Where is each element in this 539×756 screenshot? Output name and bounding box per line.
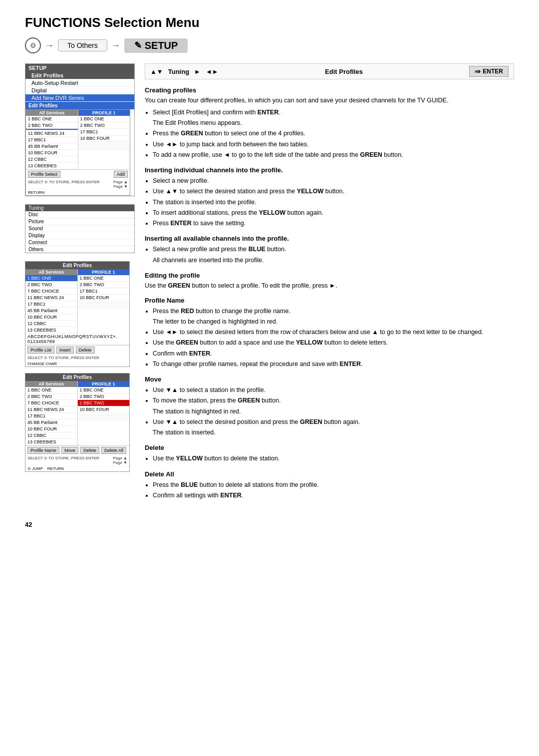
ep-row: 10 BBC FOUR — [78, 406, 130, 413]
ep-change-char: CHANGE CHAR — [25, 361, 129, 367]
ep-row: 12 CBBC — [25, 432, 77, 439]
tuning-nav-updown: ▲▼ — [150, 68, 163, 75]
ep-row: 13 CBEEBIES — [25, 327, 77, 334]
insert-btn[interactable]: Insert — [56, 347, 74, 354]
profile-select-btn[interactable]: Profile Select — [28, 171, 60, 178]
page-title: FUNCTIONS Selection Menu — [25, 15, 514, 30]
ep-row: 1 BBC ONE — [25, 275, 77, 282]
ep-row: 10 BBC FOUR — [25, 426, 77, 432]
display-item[interactable]: Display — [25, 232, 134, 239]
disc-item[interactable]: Disc — [25, 211, 134, 218]
ep-row: 1 BBC ONE — [25, 387, 77, 393]
ep-row: 10 BBC FOUR — [78, 135, 130, 142]
profile-list-btn[interactable]: Profile List — [27, 347, 54, 354]
tuning-nav-lr: ◄► — [206, 68, 219, 75]
ep-row-red: 2 BBC TWO — [78, 400, 130, 406]
page-number: 42 — [25, 521, 32, 528]
profile-name-btn[interactable]: Profile Name — [27, 447, 59, 454]
delete-list: Use the YELLOW button to delete the stat… — [153, 453, 514, 464]
sub-item-edit-profiles[interactable]: Edit Profiles — [25, 72, 134, 79]
ep-row: 11 BBC NEWS 24 — [25, 406, 77, 413]
inserting-individual-list: Select a new profile. Use ▲▼ to select t… — [153, 176, 514, 229]
col-all-services-2: All Services — [25, 269, 77, 275]
edit-profiles-panel-1: All Services 1 BBC ONE 2 BBC TWO 11 BBC … — [25, 109, 130, 196]
breadcrumb-arrow1: → — [45, 40, 54, 51]
ep-row: 1 BBC ONE — [26, 116, 78, 122]
ep-row: 7 BBC CHOICE — [25, 400, 77, 406]
setup-sidebar-menu: SETUP Edit Profiles Auto-Setup Restart D… — [25, 63, 135, 196]
profile-name-title: Profile Name — [145, 297, 514, 304]
ep-row: 1 BBC ONE — [78, 116, 130, 122]
breadcrumb: ⚙ → To Others → ✎ SETUP — [25, 37, 514, 53]
tuning-item[interactable]: Tuning — [25, 205, 134, 211]
connect-item[interactable]: Connect — [25, 239, 134, 246]
setup-icon: ⚙ — [25, 37, 41, 53]
ep-row: 2 BBC TWO — [78, 122, 130, 129]
ep-row — [78, 307, 130, 309]
picture-item[interactable]: Picture — [25, 218, 134, 225]
ep-footer-1: Profile Select Add — [26, 169, 130, 179]
editing-profile-text: Use the GREEN button to select a profile… — [145, 281, 514, 291]
ep-status-2: SELECT ⊙ TO STORE, PRESS ENTER — [25, 355, 129, 361]
ep-row: 2 BBC TWO — [25, 393, 77, 400]
editing-profile-title: Editing the profile — [145, 272, 514, 279]
tuning-arrow-right: ► — [194, 68, 201, 75]
ep-row: 11 BBC NEWS 24 — [25, 295, 77, 301]
ep-row: 1 BBC ONE — [78, 387, 130, 393]
delete-all-btn[interactable]: Delete All — [101, 447, 126, 454]
inserting-individual-title: Inserting individual channels into the p… — [145, 166, 514, 174]
add-btn[interactable]: Add — [114, 171, 128, 178]
edit-profiles-label: Edit Profiles — [25, 102, 134, 109]
ep-row: 2 BBC TWO — [25, 282, 77, 288]
ep-status-1: SELECT ⊙ TO STORE, PRESS ENTER Page ▲Pag… — [26, 179, 130, 190]
sub-item-digital[interactable]: Digital — [25, 87, 134, 94]
ep-row: 17 BBC1 — [78, 288, 130, 295]
setup-text: SETUP — [145, 40, 178, 51]
inserting-all-list: Select a new profile and press the BLUE … — [153, 244, 514, 266]
ep-row: 45 BB Parliamt — [25, 308, 77, 314]
ep-row: 2 BBC TWO — [78, 282, 130, 288]
ep-row: 7 BBC CHOICE — [25, 288, 77, 295]
col-profile-2: PROFILE 1 — [78, 269, 130, 275]
breadcrumb-arrow2: → — [111, 40, 120, 51]
ep-row: 1 BBC ONE — [78, 275, 130, 282]
ep-row: 2 BBC TWO — [26, 122, 78, 129]
ep-row: 45 BB Parliamt — [25, 419, 77, 426]
sound-item[interactable]: Sound — [25, 225, 134, 232]
sub-item-add-dvr[interactable]: Add New DVR Series — [25, 94, 134, 102]
setup-main-menu: Tuning Disc Picture Sound Display Connec… — [25, 204, 135, 253]
col-profile-3: PROFILE 1 — [78, 381, 130, 387]
move-btn[interactable]: Move — [61, 447, 78, 454]
delete-btn-2[interactable]: Delete — [76, 347, 95, 354]
move-list: Use ▼▲ to select a station in the profil… — [153, 385, 514, 438]
ep-row: 17 BBC1 — [25, 413, 77, 419]
ep-row: 13 CBEEBIES — [26, 163, 78, 169]
delete-title: Delete — [145, 444, 514, 451]
delete-btn-3[interactable]: Delete — [80, 447, 99, 454]
to-others-label: To Others — [58, 39, 107, 51]
inserting-all-title: Inserting all available channels into th… — [145, 235, 514, 242]
profile-name-list: Press the RED button to change the profi… — [153, 306, 514, 370]
ep-section-label: Edit Profiles — [224, 68, 465, 75]
others-item[interactable]: Others — [25, 246, 134, 253]
sub-item-auto-setup[interactable]: Auto-Setup Restart — [25, 79, 134, 87]
enter-icon: ⇒ — [475, 67, 481, 75]
ep-return-1: RETURN — [26, 190, 130, 195]
creating-profiles-title: Creating profiles — [145, 86, 514, 94]
ep-jump: ⊙ JUMP RETURN — [25, 466, 129, 471]
enter-button[interactable]: ⇒ ENTER — [469, 66, 509, 77]
ep-row: 2 BBC TWO — [78, 393, 130, 400]
creating-profiles-list: Select [Edit Profiles] and confirm with … — [153, 107, 514, 160]
ep-row: 12 CBBC — [25, 321, 77, 327]
ep-row: 17 BBC1 — [78, 129, 130, 135]
ep-status-3: SELECT ⊙ TO STORE, PRESS ENTER Page ▲Pag… — [25, 455, 129, 466]
ep2-footer: Profile List Insert Delete — [25, 345, 129, 355]
edit-profiles-panel-3: Edit Profiles All Services 1 BBC ONE 2 B… — [25, 373, 130, 472]
ep-chars: ABCDEFGHIJKLMNOPQRSTUVWXYZ+. 0123456789 — [25, 334, 129, 345]
ep-row: 17 BBC1 — [25, 301, 77, 308]
enter-label: ENTER — [483, 68, 503, 75]
move-title: Move — [145, 376, 514, 383]
ep-row: 10 BBC FOUR — [26, 150, 78, 156]
delete-all-list: Press the BLUE button to delete all stat… — [153, 480, 514, 501]
tuning-title: Tuning — [168, 68, 189, 75]
